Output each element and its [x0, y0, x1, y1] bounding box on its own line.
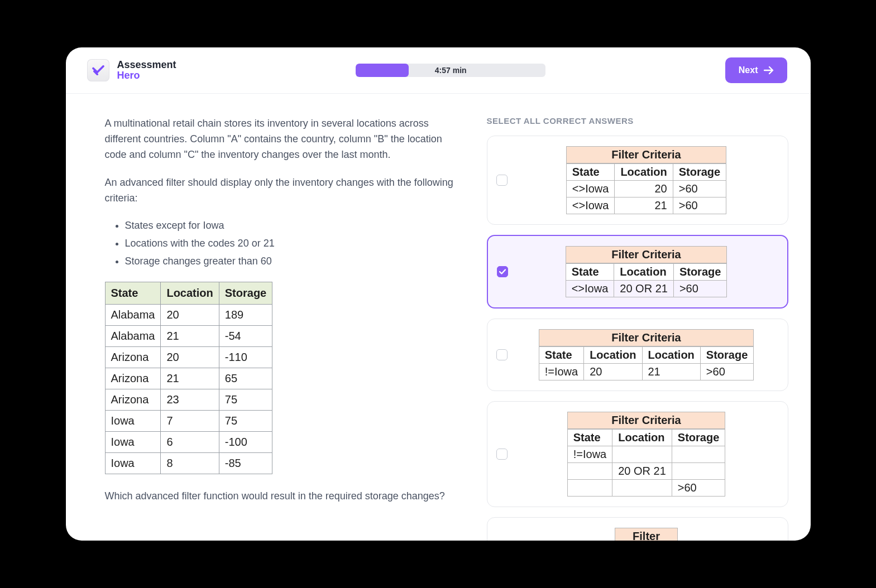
answer-option-3[interactable]: Filter CriteriaStateLocationLocationStor… [487, 319, 788, 391]
header: Assessment Hero 4:57 min Next [66, 47, 811, 94]
brand-icon [87, 59, 109, 81]
content: A multinational retail chain stores its … [66, 94, 811, 541]
answer-option-2[interactable]: Filter CriteriaStateLocationStorage<>Iow… [487, 235, 788, 309]
inventory-table: StateLocationStorage Alabama20189Alabama… [105, 282, 273, 474]
filter-caption: Filter Criteria [539, 329, 754, 346]
table-row: Alabama20189 [105, 305, 272, 326]
progress-label: 4:57 min [435, 66, 467, 75]
filter-row: >60 [567, 480, 725, 497]
answer-option-5[interactable]: Filter CriteriaState [487, 517, 788, 541]
filter-row: <>Iowa20>60 [566, 181, 726, 197]
answer-body: Filter CriteriaState [515, 528, 778, 541]
brand-line2: Hero [117, 70, 176, 81]
filter-row: !=Iowa [567, 446, 725, 463]
table-row: Iowa775 [105, 411, 272, 432]
answer-option-4[interactable]: Filter CriteriaStateLocationStorage!=Iow… [487, 401, 788, 507]
criteria-item: States except for Iowa [125, 218, 459, 234]
answer-body: Filter CriteriaStateLocationLocationStor… [515, 329, 778, 380]
checkbox[interactable] [496, 175, 508, 186]
criteria-item: Locations with the codes 20 or 21 [125, 236, 459, 252]
table-header: Storage [219, 282, 272, 305]
table-header: State [105, 282, 161, 305]
filter-caption: Filter Criteria [566, 246, 727, 263]
next-button[interactable]: Next [725, 57, 787, 83]
answer-option-1[interactable]: Filter CriteriaStateLocationStorage<>Iow… [487, 136, 788, 225]
criteria-list: States except for Iowa Locations with th… [125, 218, 459, 269]
answer-body: Filter CriteriaStateLocationStorage!=Iow… [515, 412, 778, 497]
criteria-item: Storage changes greater than 60 [125, 254, 459, 269]
question-p3: Which advanced filter function would res… [105, 489, 459, 504]
question-p1: A multinational retail chain stores its … [105, 116, 459, 163]
checkbox[interactable] [496, 349, 508, 360]
filter-row: <>Iowa21>60 [566, 197, 726, 214]
filter-caption: Filter Criteria [615, 528, 678, 541]
checkbox[interactable] [496, 449, 508, 460]
table-row: Iowa8-85 [105, 453, 272, 474]
table-row: Arizona2165 [105, 368, 272, 389]
answer-body: Filter CriteriaStateLocationStorage<>Iow… [516, 246, 777, 297]
filter-row: 20 OR 21 [567, 463, 725, 480]
progress-bar: 4:57 min [356, 64, 545, 77]
brand: Assessment Hero [87, 59, 176, 81]
filter-caption: Filter Criteria [567, 412, 726, 429]
table-row: Arizona2375 [105, 389, 272, 411]
next-label: Next [739, 65, 758, 75]
table-header: Location [161, 282, 219, 305]
brand-line1: Assessment [117, 60, 176, 70]
table-row: Alabama21-54 [105, 326, 272, 347]
filter-caption: Filter Criteria [566, 146, 726, 163]
filter-row: <>Iowa20 OR 21>60 [566, 281, 727, 297]
app-frame: Assessment Hero 4:57 min Next A multinat… [66, 47, 811, 541]
table-row: Iowa6-100 [105, 432, 272, 453]
question-p2: An advanced filter should display only t… [105, 175, 459, 206]
checkbox[interactable] [497, 266, 508, 277]
answers-header: SELECT ALL CORRECT ANSWERS [487, 116, 788, 126]
filter-row: !=Iowa2021>60 [539, 364, 754, 380]
answer-body: Filter CriteriaStateLocationStorage<>Iow… [515, 146, 778, 214]
progress-fill [356, 64, 409, 77]
arrow-right-icon [764, 66, 774, 75]
table-row: Arizona20-110 [105, 347, 272, 368]
question-panel: A multinational retail chain stores its … [88, 116, 459, 541]
answers-panel: SELECT ALL CORRECT ANSWERS Filter Criter… [487, 116, 788, 541]
